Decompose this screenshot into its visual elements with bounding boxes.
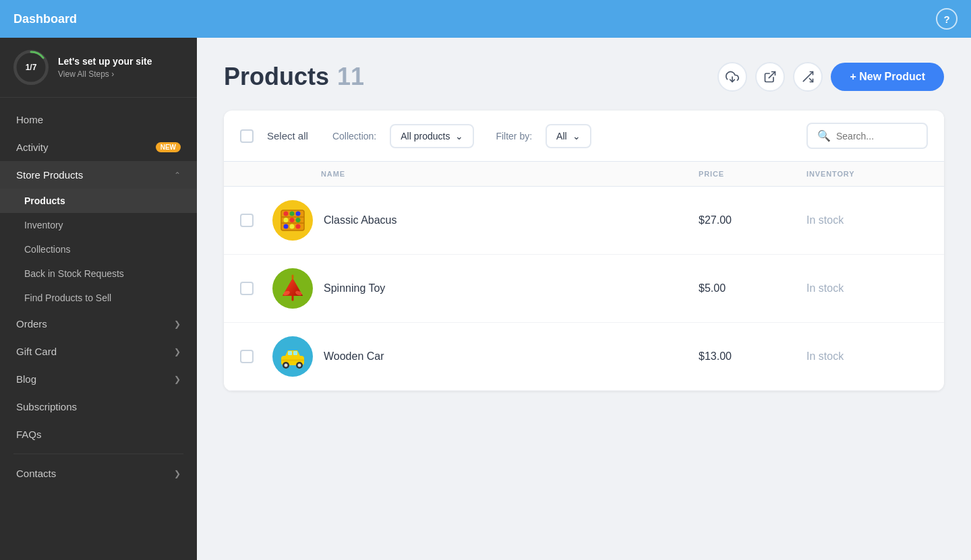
sidebar-item-activity[interactable]: Activity NEW [0,133,197,161]
row-checkbox[interactable] [240,214,254,227]
sidebar-item-orders[interactable]: Orders ❯ [0,310,197,338]
svg-rect-26 [288,351,292,355]
topbar-title: Dashboard [13,12,77,26]
filter-dropdown[interactable]: All ⌄ [546,124,591,148]
page-title: Products [224,63,329,91]
chevron-right-icon: ❯ [174,469,181,478]
svg-point-12 [296,212,301,216]
help-button[interactable]: ? [936,8,958,30]
sidebar-item-label: Orders [16,318,47,330]
new-product-wrapper: + New Product [831,63,944,91]
sidebar-item-find-products[interactable]: Find Products to Sell [0,286,197,310]
product-inventory: In stock [806,214,928,226]
new-product-button[interactable]: + New Product [831,63,944,91]
chevron-up-icon: ⌃ [174,170,181,180]
product-inventory: In stock [806,350,928,363]
progress-fraction: 1/7 [26,63,37,72]
progress-link[interactable]: View All Steps › [58,69,152,79]
svg-rect-32 [281,359,304,361]
content-area: Products 11 [197,38,971,560]
sidebar-item-store-products[interactable]: Store Products ⌃ [0,161,197,189]
collection-label: Collection: [332,131,376,142]
table-row[interactable]: Spinning Toy $5.00 In stock [224,255,944,323]
filter-by-label: Filter by: [496,131,532,142]
col-name-header: NAME [321,170,699,178]
svg-rect-27 [293,351,297,355]
sidebar-item-home[interactable]: Home [0,106,197,133]
sidebar-item-back-in-stock[interactable]: Back in Stock Requests [0,261,197,286]
sidebar-item-blog[interactable]: Blog ❯ [0,365,197,393]
sidebar-item-label: Contacts [16,468,56,479]
select-all-checkbox[interactable] [240,129,254,143]
col-inventory-header: INVENTORY [806,170,928,178]
import-icon-btn[interactable] [717,62,747,92]
sidebar-item-gift-card[interactable]: Gift Card ❯ [0,338,197,365]
page-header: Products 11 [224,62,944,92]
sidebar-item-products[interactable]: Products [0,189,197,213]
row-checkbox[interactable] [240,350,254,363]
row-checkbox-wrap [240,282,272,295]
select-all-label: Select all [267,130,308,142]
svg-point-16 [284,224,289,229]
row-checkbox-wrap [240,214,272,227]
export-icon-btn[interactable] [755,62,785,92]
svg-point-31 [298,364,301,367]
collection-value: All products [401,131,450,142]
product-name: Wooden Car [324,350,699,363]
search-icon: 🔍 [817,129,831,142]
product-image-spinning [272,268,313,309]
header-actions: + New Product [717,62,944,92]
svg-point-15 [296,218,301,222]
nav-divider [13,454,183,454]
topbar: Dashboard ? [0,0,971,38]
table-header: NAME PRICE INVENTORY [224,162,944,187]
page-title-count: 11 [337,63,364,91]
svg-point-13 [284,218,289,222]
table-row[interactable]: Wooden Car $13.00 In stock [224,323,944,391]
sidebar-item-label: Subscriptions [16,401,77,412]
new-badge: NEW [156,142,181,152]
svg-point-29 [285,364,288,367]
sidebar-item-collections[interactable]: Collections [0,237,197,261]
sub-nav-store-products: Products Inventory Collections Back in S… [0,189,197,310]
progress-title: Let's set up your site [58,56,152,67]
chevron-right-icon: ❯ [174,347,181,356]
product-price: $5.00 [699,282,806,294]
row-checkbox-wrap [240,350,272,363]
filter-value: All [556,131,567,142]
progress-circle: 1/7 [13,50,49,85]
product-image-car [272,336,313,377]
sidebar-item-contacts[interactable]: Contacts ❯ [0,460,197,487]
sidebar-item-subscriptions[interactable]: Subscriptions [0,393,197,421]
collection-dropdown[interactable]: All products ⌄ [390,124,474,148]
chevron-right-icon: ❯ [174,375,181,384]
svg-point-10 [284,212,289,216]
svg-point-17 [290,224,295,229]
chevron-down-icon: ⌄ [455,131,463,142]
search-wrap: 🔍 [806,123,928,149]
sidebar-item-label: Home [16,114,43,125]
products-table-card: Select all Collection: All products ⌄ Fi… [224,111,944,391]
col-price-header: PRICE [699,170,806,178]
progress-info: Let's set up your site View All Steps › [58,56,152,79]
chevron-down-icon: ⌄ [572,131,581,142]
shuffle-icon-btn[interactable] [793,62,823,92]
sidebar: 1/7 Let's set up your site View All Step… [0,38,197,560]
sidebar-item-faqs[interactable]: FAQs [0,421,197,448]
sidebar-item-label: Store Products [16,169,83,181]
svg-point-11 [290,212,295,216]
progress-card: 1/7 Let's set up your site View All Step… [0,38,197,98]
product-price: $27.00 [699,214,806,226]
svg-line-3 [769,72,775,78]
product-image-abacus [272,200,313,241]
table-row[interactable]: Classic Abacus $27.00 In stock [224,187,944,255]
search-input[interactable] [836,131,917,142]
sidebar-item-label: Activity [16,142,49,153]
svg-point-18 [296,224,301,229]
row-checkbox[interactable] [240,282,254,295]
product-inventory: In stock [806,282,928,294]
sidebar-item-inventory[interactable]: Inventory [0,213,197,237]
page-title-group: Products 11 [224,63,364,91]
content-inner: Products 11 [197,38,971,418]
nav-section: Home Activity NEW Store Products ⌃ Produ… [0,98,197,495]
